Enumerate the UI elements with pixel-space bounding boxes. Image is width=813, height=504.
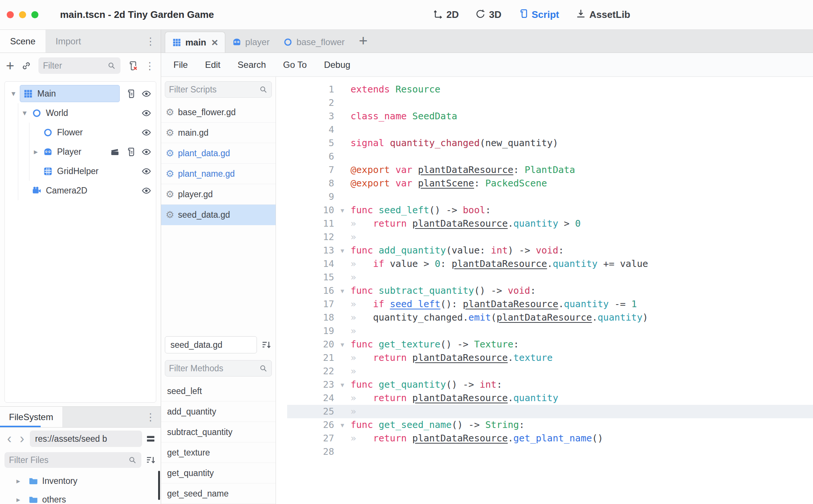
tab-marker-icon: » (351, 272, 356, 283)
method-item-add-quantity[interactable]: add_quantity (161, 401, 276, 422)
code-line-9: 9 (287, 190, 813, 204)
rotate-3d-icon (475, 8, 486, 22)
file-filter-input[interactable] (9, 455, 128, 465)
tree-indent (7, 181, 18, 200)
collapse-arrow-icon[interactable]: ▾ (7, 89, 20, 98)
scene-node-flower[interactable]: Flower (7, 123, 156, 142)
scripts-list[interactable]: ⚙base_flower.gd⚙main.gd⚙plant_data.gd⚙pl… (161, 102, 276, 334)
script-item-plant-data-gd[interactable]: ⚙plant_data.gd (161, 143, 276, 164)
current-script-name[interactable]: seed_data.gd (165, 336, 257, 353)
instance-scene-icon[interactable] (21, 60, 32, 71)
fold-spacer (334, 230, 351, 244)
minimize-window-button[interactable] (19, 11, 26, 18)
menu-edit[interactable]: Edit (197, 60, 229, 70)
detach-script-icon[interactable] (127, 60, 138, 71)
eye-icon[interactable] (141, 89, 151, 99)
fold-arrow-icon[interactable]: ▾ (334, 204, 351, 217)
code-line-2: 2 (287, 96, 813, 110)
scene-filter-input[interactable] (43, 61, 107, 71)
maximize-window-button[interactable] (31, 11, 38, 18)
menu-file[interactable]: File (165, 60, 197, 70)
close-tab-icon[interactable]: × (211, 37, 218, 48)
filesystem-scrollbar[interactable] (158, 471, 160, 500)
clapper-icon[interactable] (110, 147, 120, 157)
code-text: » return plantDataResource.quantity (351, 391, 558, 405)
collapse-arrow-icon[interactable]: ▾ (18, 108, 31, 117)
mode-button-assetlib[interactable]: AssetLib (575, 8, 630, 22)
scene-tab-player[interactable]: player (225, 32, 276, 53)
eye-icon[interactable] (141, 108, 151, 118)
script-scroll-icon (518, 8, 529, 22)
scene-toolbar-menu-icon[interactable]: ⋮ (145, 60, 155, 72)
script-item-player-gd[interactable]: ⚙player.gd (161, 184, 276, 205)
method-item-get-quantity[interactable]: get_quantity (161, 463, 276, 483)
expand-arrow-icon[interactable]: ▸ (16, 476, 25, 485)
menu-search[interactable]: Search (229, 60, 274, 70)
tab-import[interactable]: Import (45, 30, 91, 53)
script-icon[interactable] (126, 147, 136, 157)
scene-node-player[interactable]: ▸Player (7, 142, 156, 161)
code-line-26: 26▾func get_seed_name() -> String: (287, 418, 813, 432)
script-item-main-gd[interactable]: ⚙main.gd (161, 123, 276, 143)
code-line-18: 18» quantity_changed.emit(plantDataResou… (287, 311, 813, 324)
scene-node-camera2d[interactable]: Camera2D (7, 181, 156, 200)
menu-go-to[interactable]: Go To (274, 60, 316, 70)
fold-spacer (334, 177, 351, 190)
scene-tab-main[interactable]: main× (165, 32, 225, 53)
eye-icon[interactable] (141, 147, 151, 157)
method-filter-input[interactable] (169, 363, 259, 374)
script-item-plant-name-gd[interactable]: ⚙plant_name.gd (161, 164, 276, 184)
eye-icon[interactable] (141, 166, 151, 176)
expand-arrow-icon[interactable]: ▸ (29, 147, 42, 156)
main-row: Scene Import ⋮ + ⋮ ▾Main▾WorldFlower▸Pla… (0, 30, 813, 504)
fold-arrow-icon[interactable]: ▾ (334, 284, 351, 297)
scene-dock-menu-icon[interactable]: ⋮ (145, 35, 156, 47)
file-item-others[interactable]: ▸others (0, 490, 161, 504)
method-sort-icon[interactable] (261, 339, 272, 350)
scene-node-main[interactable]: ▾Main (7, 84, 156, 103)
method-item-seed-left[interactable]: seed_left (161, 381, 276, 401)
code-line-24: 24» return plantDataResource.quantity (287, 391, 813, 405)
fold-arrow-icon[interactable]: ▾ (334, 418, 351, 432)
node2d-icon (283, 37, 293, 47)
add-node-button[interactable]: + (6, 59, 14, 73)
script-filter-input[interactable] (169, 85, 259, 95)
mode-button-2d[interactable]: 2D (433, 8, 459, 22)
fold-arrow-icon[interactable]: ▾ (334, 244, 351, 257)
methods-list[interactable]: seed_leftadd_quantitysubtract_quantityge… (161, 381, 276, 504)
script-icon[interactable] (126, 89, 136, 99)
eye-icon[interactable] (141, 127, 151, 138)
script-item-base-flower-gd[interactable]: ⚙base_flower.gd (161, 102, 276, 123)
fold-arrow-icon[interactable]: ▾ (334, 378, 351, 391)
history-back-icon[interactable]: ‹ (4, 432, 14, 445)
close-window-button[interactable] (7, 11, 14, 18)
filesystem-menu-icon[interactable]: ⋮ (145, 411, 156, 423)
file-sort-icon[interactable] (145, 454, 156, 466)
method-item-subtract-quantity[interactable]: subtract_quantity (161, 422, 276, 442)
scene-node-world[interactable]: ▾World (7, 103, 156, 123)
path-breadcrumb[interactable]: res://assets/seed b (30, 431, 142, 447)
code-editor[interactable]: 1extends Resource23class_name SeedData45… (276, 77, 813, 504)
file-item-inventory[interactable]: ▸Inventory (0, 472, 161, 490)
line-number: 6 (287, 150, 334, 163)
fold-arrow-icon[interactable]: ▾ (334, 338, 351, 351)
script-item-seed-data-gd[interactable]: ⚙seed_data.gd (161, 205, 276, 225)
tab-scene[interactable]: Scene (0, 30, 45, 53)
expand-arrow-icon[interactable]: ▸ (16, 495, 25, 504)
scene-tab-base-flower[interactable]: base_flower (276, 32, 351, 53)
toggle-split-mode-icon[interactable] (145, 433, 156, 444)
line-number: 25 (287, 405, 334, 418)
mode-button-script[interactable]: Script (518, 8, 559, 22)
method-item-get-texture[interactable]: get_texture (161, 442, 276, 463)
scene-node-gridhelper[interactable]: GridHelper (7, 161, 156, 181)
file-tree[interactable]: ▸Inventory▸others (0, 470, 161, 504)
tab-filesystem[interactable]: FileSystem (0, 407, 62, 427)
new-scene-tab-button[interactable]: + (359, 33, 367, 48)
godot-icon (42, 146, 53, 157)
history-forward-icon[interactable]: › (17, 432, 27, 445)
method-item-get-seed-name[interactable]: get_seed_name (161, 483, 276, 504)
mode-button-3d[interactable]: 3D (475, 8, 501, 22)
eye-icon[interactable] (141, 186, 151, 196)
scene-tree[interactable]: ▾Main▾WorldFlower▸PlayerGridHelperCamera… (4, 81, 156, 403)
menu-debug[interactable]: Debug (316, 60, 359, 70)
